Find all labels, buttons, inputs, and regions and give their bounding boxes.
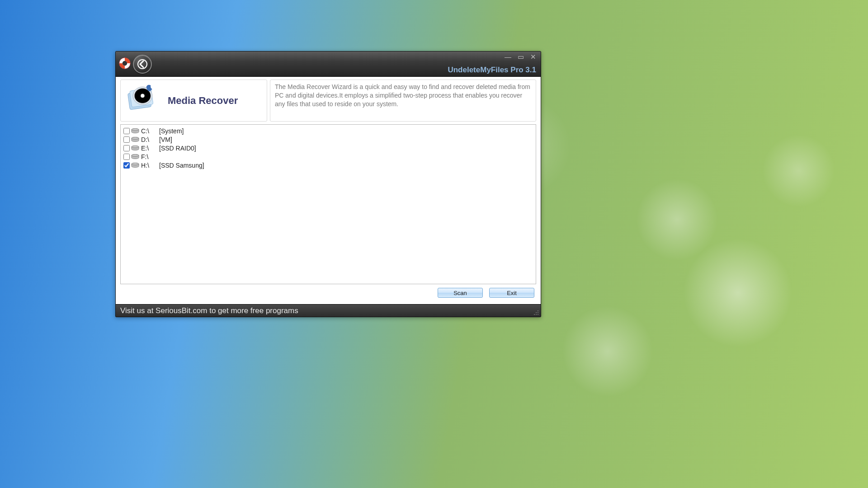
drive-checkbox[interactable] (123, 145, 130, 151)
drive-letter: D:\ (141, 136, 158, 143)
svg-rect-24 (538, 314, 538, 315)
drive-label: [System] (159, 127, 184, 135)
drive-row[interactable]: F:\ (123, 152, 533, 161)
hard-drive-icon (131, 136, 140, 143)
drive-checkbox[interactable] (123, 128, 130, 134)
scan-button[interactable]: Scan (438, 288, 483, 298)
svg-rect-22 (534, 314, 535, 315)
drive-letter: H:\ (141, 162, 158, 169)
hard-drive-icon (131, 128, 140, 134)
svg-rect-21 (538, 312, 538, 313)
svg-point-8 (141, 94, 144, 97)
drive-label: [SSD RAID0] (159, 145, 196, 152)
drive-checkbox[interactable] (123, 162, 130, 169)
drive-row[interactable]: D:\[VM] (123, 135, 533, 144)
drive-row[interactable]: E:\[SSD RAID0] (123, 144, 533, 152)
button-row: Scan Exit (120, 284, 536, 300)
close-button[interactable]: ✕ (530, 53, 536, 60)
drive-checkbox[interactable] (123, 154, 130, 160)
drive-label: [VM] (159, 136, 172, 143)
hard-drive-icon (131, 145, 140, 151)
drive-row[interactable]: H:\[SSD Samsung] (123, 161, 533, 169)
back-button[interactable] (133, 55, 152, 74)
window-body: Media Recover The Media Recover Wizard i… (116, 77, 541, 304)
app-window: — ▭ ✕ UndeleteMyFiles Pro 3.1 (115, 51, 541, 317)
drive-row[interactable]: C:\[System] (123, 127, 533, 135)
svg-point-1 (123, 61, 127, 66)
drive-checkbox[interactable] (123, 136, 130, 143)
drive-letter: C:\ (141, 127, 158, 135)
statusbar-text: Visit us at SeriousBit.com to get more f… (120, 306, 298, 315)
lifebuoy-icon (118, 57, 131, 71)
svg-rect-20 (536, 312, 537, 313)
hard-drive-icon (131, 162, 140, 169)
page-title: Media Recover (168, 95, 238, 107)
app-title: UndeleteMyFiles Pro 3.1 (448, 66, 536, 75)
hard-drive-icon (131, 154, 140, 160)
maximize-button[interactable]: ▭ (518, 53, 524, 60)
resize-grip-icon[interactable] (533, 310, 539, 316)
drive-letter: E:\ (141, 145, 158, 152)
desktop-background: — ▭ ✕ UndeleteMyFiles Pro 3.1 (0, 0, 868, 488)
titlebar[interactable]: — ▭ ✕ UndeleteMyFiles Pro 3.1 (116, 52, 541, 77)
drive-label: [SSD Samsung] (159, 162, 204, 169)
header-left-panel: Media Recover (120, 80, 267, 122)
media-recover-icon (124, 83, 162, 118)
svg-rect-19 (538, 310, 538, 311)
statusbar: Visit us at SeriousBit.com to get more f… (116, 304, 541, 317)
description-panel: The Media Recover Wizard is a quick and … (270, 80, 536, 122)
drive-letter: F:\ (141, 153, 158, 160)
drive-list: C:\[System]D:\[VM]E:\[SSD RAID0]F:\H:\[S… (120, 124, 536, 284)
exit-button[interactable]: Exit (489, 288, 534, 298)
minimize-button[interactable]: — (505, 53, 511, 60)
svg-rect-23 (536, 314, 537, 315)
